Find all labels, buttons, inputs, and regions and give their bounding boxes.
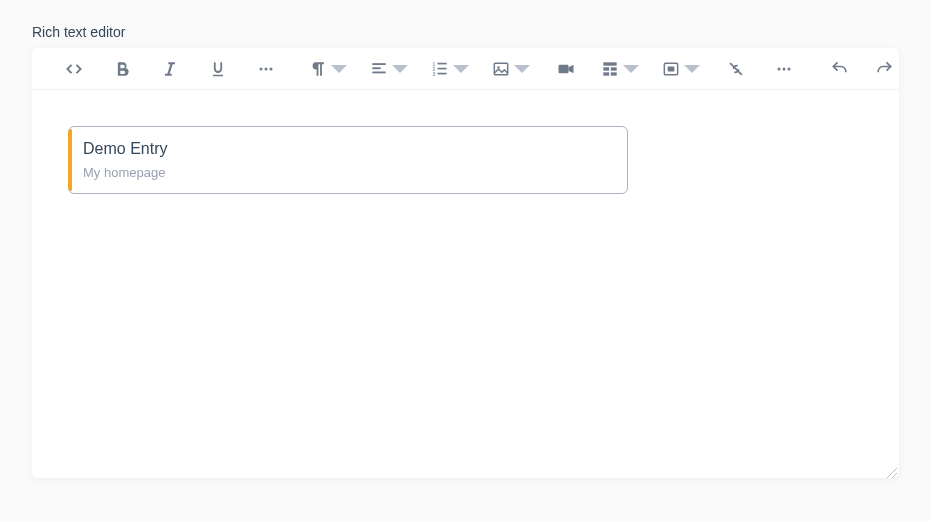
paragraph-format-button[interactable] [304, 51, 353, 87]
pilcrow-icon [308, 59, 328, 79]
svg-rect-16 [603, 67, 609, 70]
svg-rect-11 [438, 72, 447, 74]
italic-button[interactable] [152, 51, 188, 87]
svg-line-26 [887, 468, 897, 478]
svg-rect-12 [494, 63, 507, 75]
unlink-button[interactable] [718, 51, 754, 87]
toolbar-group-text [56, 51, 284, 87]
align-left-icon [369, 59, 389, 79]
rich-text-editor: 123 [32, 48, 899, 478]
align-button[interactable] [365, 51, 414, 87]
svg-rect-17 [611, 67, 617, 70]
svg-point-0 [260, 67, 263, 70]
insert-image-button[interactable] [487, 51, 536, 87]
resize-icon [885, 466, 897, 478]
svg-rect-15 [603, 62, 616, 65]
svg-rect-21 [668, 66, 675, 71]
editor-label: Rich text editor [32, 24, 899, 40]
toolbar-group-insert [487, 51, 802, 87]
embed-button[interactable] [657, 51, 706, 87]
svg-line-27 [892, 473, 897, 478]
svg-point-1 [265, 67, 268, 70]
entry-title: Demo Entry [83, 137, 613, 161]
insert-table-button[interactable] [596, 51, 645, 87]
svg-point-24 [783, 67, 786, 70]
svg-rect-14 [559, 64, 569, 72]
svg-rect-4 [372, 67, 380, 69]
entry-subtitle: My homepage [83, 163, 613, 183]
svg-point-2 [270, 67, 273, 70]
svg-rect-9 [438, 62, 447, 64]
resize-handle[interactable] [885, 464, 897, 476]
ellipsis-icon [774, 59, 794, 79]
table-icon [600, 59, 620, 79]
code-view-button[interactable] [56, 51, 92, 87]
undo-icon [830, 59, 850, 79]
link-slash-icon [726, 59, 746, 79]
insert-video-button[interactable] [548, 51, 584, 87]
chevron-down-icon [451, 59, 471, 79]
image-icon [491, 59, 511, 79]
redo-icon [874, 59, 894, 79]
ordered-list-icon: 123 [430, 59, 450, 79]
chevron-down-icon [621, 59, 641, 79]
embed-square-icon [661, 59, 681, 79]
svg-rect-3 [372, 63, 385, 65]
toolbar-group-history [822, 51, 899, 87]
svg-rect-5 [372, 71, 385, 73]
svg-rect-19 [611, 72, 617, 75]
code-icon [64, 59, 84, 79]
toolbar-group-paragraph: 123 [304, 51, 475, 87]
svg-rect-10 [438, 67, 447, 69]
chevron-down-icon [390, 59, 410, 79]
italic-icon [160, 59, 180, 79]
svg-point-23 [778, 67, 781, 70]
bold-icon [112, 59, 132, 79]
more-text-button[interactable] [248, 51, 284, 87]
editor-content-area[interactable]: Demo Entry My homepage [32, 90, 899, 478]
redo-button[interactable] [866, 51, 899, 87]
svg-rect-18 [603, 72, 609, 75]
chevron-down-icon [682, 59, 702, 79]
underline-icon [208, 59, 228, 79]
undo-button[interactable] [822, 51, 858, 87]
list-button[interactable]: 123 [426, 51, 475, 87]
bold-button[interactable] [104, 51, 140, 87]
video-icon [556, 59, 576, 79]
svg-point-25 [788, 67, 791, 70]
ellipsis-icon [256, 59, 276, 79]
svg-text:3: 3 [433, 70, 436, 76]
chevron-down-icon [329, 59, 349, 79]
more-rich-button[interactable] [766, 51, 802, 87]
chevron-down-icon [512, 59, 532, 79]
entry-card[interactable]: Demo Entry My homepage [68, 126, 628, 194]
underline-button[interactable] [200, 51, 236, 87]
svg-point-13 [497, 66, 499, 68]
editor-toolbar: 123 [32, 48, 899, 90]
